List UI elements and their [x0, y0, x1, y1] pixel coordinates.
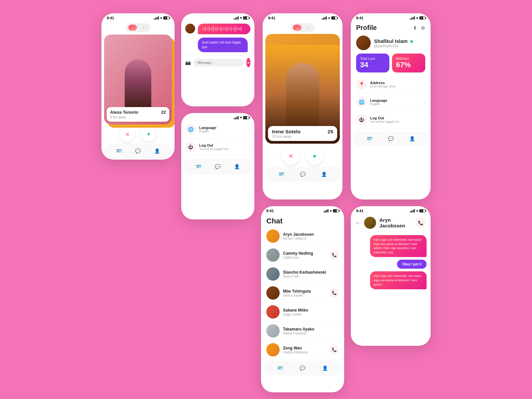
profile-settings-address[interactable]: 📍 Address 8146 Reinger Oval, ›	[355, 76, 427, 93]
avatar-takamaru	[266, 324, 280, 337]
action-row-big: ✕ ♥	[263, 148, 342, 165]
chat-name-sakane: Sakane Miiko	[283, 308, 339, 313]
nav-card-icon-profile[interactable]: 🪪	[365, 134, 374, 143]
status-bar-profile: 9:41 ▾	[351, 13, 431, 21]
time-convo: 9:41	[356, 209, 363, 213]
chat-info-aryn: Aryn Jacobssen Ha ha! I knew it!	[283, 232, 339, 240]
logout-title-profile: Log Out	[370, 116, 424, 120]
sender-avatar-audio	[185, 24, 195, 34]
chat-item-cammy[interactable]: Cammy Hedling Called you 📞	[261, 246, 344, 265]
nav-profile-icon-big[interactable]: 👤	[319, 170, 329, 179]
back-button-convo[interactable]: ←	[355, 220, 361, 226]
message-input[interactable]	[194, 59, 244, 66]
nav-card-icon-big[interactable]: 🪪	[277, 170, 286, 179]
matched-box: Matched 67%	[392, 54, 425, 72]
chat-item-slavcho[interactable]: Slavcho Karbashewski Sent a GIF	[261, 265, 344, 284]
address-icon: 📍	[356, 79, 367, 90]
chat-preview-aryn: Ha ha! I knew it!	[283, 237, 339, 240]
phone-icon-zeng[interactable]: 📞	[330, 345, 339, 354]
chat-preview-cammy: Called you	[283, 256, 326, 259]
action-row-1: ✕ ♥	[101, 127, 175, 142]
phone-profile: 9:41 ▾ Profile ⬆ ⚙ Shafikul Islam @parth…	[351, 13, 431, 200]
main-card-1: Alexa Tenorio 22 5 km away	[104, 35, 172, 124]
big-card-distance: 10 km away	[272, 134, 333, 138]
status-bar-chatmsg: ▾	[181, 13, 254, 21]
logout-icon-profile: ⏻	[356, 114, 367, 125]
star-mode-1[interactable]: ✦	[139, 25, 148, 31]
fire-mode-big[interactable]: 🔥	[293, 25, 302, 31]
nav-chat-icon-big[interactable]: 💬	[298, 170, 307, 179]
online-dot	[410, 40, 413, 43]
settings-text-language-top: Language English	[199, 126, 249, 133]
convo-call-button[interactable]: 📞	[415, 217, 426, 228]
like-button-1[interactable]: ♥	[141, 127, 156, 142]
settings-icon[interactable]: ⚙	[421, 25, 425, 31]
avatar-cammy	[266, 248, 280, 262]
logout-text-profile: Log Out You will be logged out	[370, 116, 424, 123]
bottom-nav-profile: 🪪 💬 👤	[353, 131, 428, 146]
time-big: 9:41	[268, 16, 275, 20]
bottom-nav-1: 🪪 💬 👤	[104, 144, 172, 158]
time-1: 9:41	[107, 16, 114, 20]
nav-card-icon-1[interactable]: 🪪	[114, 146, 124, 156]
status-bar-settings-top: ▾	[181, 113, 254, 121]
share-icon[interactable]: ⬆	[413, 25, 417, 31]
phone-settings-top: ▾ 🌐 Language English › ⏻ Log Out You wil…	[181, 113, 254, 219]
chat-item-mbe[interactable]: Mbe Tshinguta Sent a sticker 📞	[261, 284, 344, 303]
nav-chat-icon-profile[interactable]: 💬	[386, 134, 395, 143]
profile-settings-logout[interactable]: ⏻ Log Out You will be logged out ›	[355, 111, 427, 129]
nav-chat-icon-cl[interactable]: 💬	[298, 363, 307, 373]
settings-item-logout-top[interactable]: ⏻ Log Out You will be logged out ›	[185, 138, 250, 156]
star-mode-big[interactable]: ✦	[304, 25, 312, 31]
dislike-button-big[interactable]: ✕	[282, 148, 299, 165]
card-distance-1: 5 km away	[110, 115, 166, 119]
chat-item-takamaru[interactable]: Takamaru Ayako Salma Fonseca	[261, 322, 344, 340]
nav-profile-icon-profile[interactable]: 👤	[407, 134, 417, 143]
language-text-profile: Language English	[370, 98, 424, 106]
col-2: ▾ Sunt autem vel eum fugiat, quo	[181, 13, 254, 219]
phone-big-card: 9:41 ▾ 🔥 ✦	[263, 13, 342, 200]
bottom-nav-big: 🪪 💬 👤	[265, 167, 340, 182]
settings-bottom-nav-top: 🪪 💬 👤	[184, 159, 252, 175]
camera-icon[interactable]: 📷	[185, 60, 191, 65]
col-3: 9:41 ▾ 🔥 ✦	[261, 13, 344, 392]
chat-item-aryn[interactable]: Aryn Jacobssen Ha ha! I knew it!	[261, 227, 344, 246]
settings-item-language-top[interactable]: 🌐 Language English ›	[185, 121, 250, 138]
avatar-aryn	[266, 229, 280, 243]
profile-settings-list: 📍 Address 8146 Reinger Oval, › 🌐 Languag…	[351, 76, 431, 129]
nav-card-icon-st[interactable]: 🪪	[194, 162, 203, 171]
nav-profile-icon-1[interactable]: 👤	[152, 146, 162, 156]
message-bubble-1: Hanc ego cum memoriter, tum etiam erga n…	[370, 235, 427, 257]
phone-icon-mbe[interactable]: 📞	[330, 288, 339, 298]
logout-arrow-profile: ›	[424, 117, 425, 122]
avatar-mbe	[266, 286, 280, 300]
audio-bubble	[198, 24, 250, 34]
big-card-age: 25	[328, 129, 333, 134]
address-text: Address 8146 Reinger Oval,	[370, 81, 424, 88]
chat-preview-takamaru: Salma Fonseca	[283, 332, 339, 335]
send-button[interactable]: ➤	[246, 58, 250, 67]
nav-card-icon-cl[interactable]: 🪪	[276, 363, 285, 373]
logout-icon-top: ⏻	[185, 142, 196, 152]
chat-info-slavcho: Slavcho Karbashewski Sent a GIF	[283, 270, 339, 278]
status-bar-big: 9:41 ▾	[263, 13, 342, 21]
like-button-big[interactable]: ♥	[306, 148, 323, 165]
dislike-button-1[interactable]: ✕	[120, 127, 135, 142]
chat-item-zeng[interactable]: Zeng Wen Vladčo Klimkuva 📞	[261, 340, 344, 359]
phone-icon-cammy[interactable]: 📞	[330, 250, 339, 260]
nav-profile-icon-st[interactable]: 👤	[232, 162, 241, 171]
profile-title: Profile	[356, 24, 377, 32]
nav-profile-icon-cl[interactable]: 👤	[320, 363, 330, 373]
nav-chat-icon-1[interactable]: 💬	[133, 146, 143, 156]
col-1: 9:41 ▾ 🔥 ✦	[101, 13, 175, 160]
big-card-area: Irene Sotelo 25 10 km away	[265, 34, 340, 144]
nav-chat-icon-st[interactable]: 💬	[213, 162, 222, 171]
profile-settings-language[interactable]: 🌐 Language English ›	[355, 93, 427, 111]
address-arrow: ›	[424, 82, 425, 87]
mode-toggle-big[interactable]: 🔥 ✦	[290, 23, 315, 32]
chat-item-sakane[interactable]: Sakane Miiko Saga Lindén	[261, 303, 344, 322]
message-bubble-3: Hanc ego cum memoriter, tum etiam erga n…	[370, 271, 427, 289]
fire-mode-1[interactable]: 🔥	[128, 25, 137, 31]
time-chatlist: 9:41	[266, 209, 274, 213]
mode-toggle-1[interactable]: 🔥 ✦	[126, 23, 150, 32]
